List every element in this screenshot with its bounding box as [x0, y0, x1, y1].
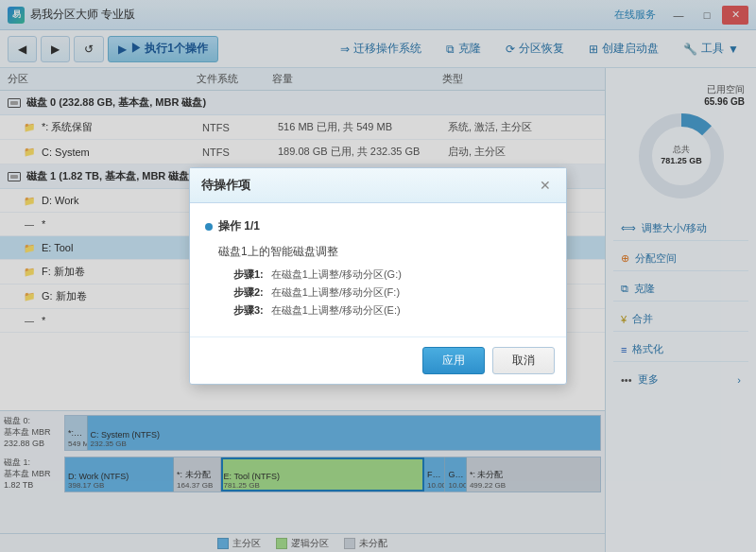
apply-button[interactable]: 应用 [422, 347, 485, 374]
op-step-0: 步骤1: 在磁盘1上调整/移动分区(G:) [233, 267, 551, 282]
modal-title: 待操作项 [201, 177, 250, 194]
modal-overlay: 待操作项 ✕ 操作 1/1 磁盘1上的智能磁盘调整 步骤1: 在磁盘1上调整/移… [0, 0, 756, 552]
op-step-1: 步骤2: 在磁盘1上调整/移动分区(F:) [233, 285, 551, 300]
op-dot [205, 223, 213, 231]
modal-close-button[interactable]: ✕ [536, 176, 555, 195]
op-title: 操作 1/1 [205, 218, 551, 234]
modal-body: 操作 1/1 磁盘1上的智能磁盘调整 步骤1: 在磁盘1上调整/移动分区(G:)… [190, 203, 566, 336]
modal: 待操作项 ✕ 操作 1/1 磁盘1上的智能磁盘调整 步骤1: 在磁盘1上调整/移… [189, 167, 567, 385]
op-subtitle: 磁盘1上的智能磁盘调整 [218, 244, 551, 260]
cancel-button[interactable]: 取消 [492, 347, 555, 374]
op-step-2: 步骤3: 在磁盘1上调整/移动分区(E:) [233, 303, 551, 318]
modal-header: 待操作项 ✕ [190, 168, 566, 203]
modal-footer: 应用 取消 [190, 336, 566, 384]
